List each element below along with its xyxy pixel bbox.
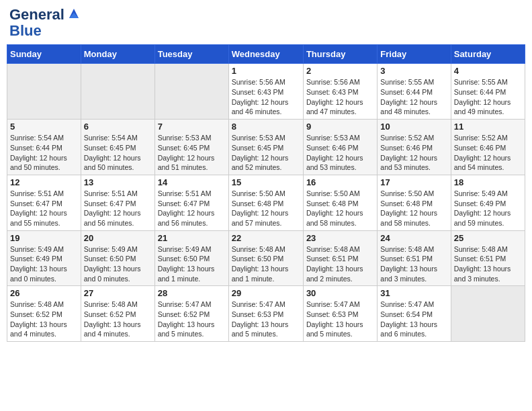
page-header: General Blue bbox=[7, 7, 525, 39]
col-header-thursday: Thursday bbox=[303, 45, 377, 64]
col-header-friday: Friday bbox=[378, 45, 451, 64]
day-number: 15 bbox=[232, 177, 300, 187]
day-number: 10 bbox=[380, 122, 447, 132]
day-info: Sunrise: 5:53 AM Sunset: 6:46 PM Dayligh… bbox=[306, 133, 374, 173]
calendar-cell: 12Sunrise: 5:51 AM Sunset: 6:47 PM Dayli… bbox=[7, 175, 81, 230]
calendar-cell: 24Sunrise: 5:48 AM Sunset: 6:51 PM Dayli… bbox=[378, 230, 451, 286]
day-info: Sunrise: 5:48 AM Sunset: 6:50 PM Dayligh… bbox=[232, 244, 300, 284]
col-header-monday: Monday bbox=[81, 45, 154, 64]
day-info: Sunrise: 5:51 AM Sunset: 6:47 PM Dayligh… bbox=[158, 189, 226, 228]
day-info: Sunrise: 5:49 AM Sunset: 6:50 PM Dayligh… bbox=[84, 244, 152, 284]
day-number: 30 bbox=[306, 288, 374, 298]
day-info: Sunrise: 5:47 AM Sunset: 6:53 PM Dayligh… bbox=[232, 300, 300, 339]
day-info: Sunrise: 5:48 AM Sunset: 6:52 PM Dayligh… bbox=[84, 300, 152, 339]
col-header-tuesday: Tuesday bbox=[154, 45, 228, 64]
day-info: Sunrise: 5:47 AM Sunset: 6:53 PM Dayligh… bbox=[306, 300, 374, 339]
day-info: Sunrise: 5:50 AM Sunset: 6:48 PM Dayligh… bbox=[380, 189, 447, 228]
calendar-cell: 20Sunrise: 5:49 AM Sunset: 6:50 PM Dayli… bbox=[81, 230, 154, 286]
logo-general: General bbox=[9, 7, 64, 23]
day-info: Sunrise: 5:56 AM Sunset: 6:43 PM Dayligh… bbox=[306, 77, 374, 117]
calendar-cell: 30Sunrise: 5:47 AM Sunset: 6:53 PM Dayli… bbox=[303, 286, 377, 342]
calendar-cell: 16Sunrise: 5:50 AM Sunset: 6:48 PM Dayli… bbox=[303, 175, 377, 230]
day-info: Sunrise: 5:53 AM Sunset: 6:45 PM Dayligh… bbox=[158, 133, 226, 173]
day-number: 31 bbox=[380, 288, 447, 298]
calendar-cell bbox=[451, 286, 525, 342]
day-number: 7 bbox=[158, 122, 226, 132]
calendar-week-row: 26Sunrise: 5:48 AM Sunset: 6:52 PM Dayli… bbox=[7, 286, 525, 342]
calendar-cell: 2Sunrise: 5:56 AM Sunset: 6:43 PM Daylig… bbox=[303, 64, 377, 120]
logo-icon bbox=[66, 6, 81, 21]
day-info: Sunrise: 5:54 AM Sunset: 6:44 PM Dayligh… bbox=[10, 133, 78, 173]
day-info: Sunrise: 5:53 AM Sunset: 6:45 PM Dayligh… bbox=[232, 133, 300, 173]
day-info: Sunrise: 5:54 AM Sunset: 6:45 PM Dayligh… bbox=[84, 133, 152, 173]
calendar-cell: 3Sunrise: 5:55 AM Sunset: 6:44 PM Daylig… bbox=[378, 64, 451, 120]
day-number: 4 bbox=[454, 66, 522, 76]
calendar-cell: 27Sunrise: 5:48 AM Sunset: 6:52 PM Dayli… bbox=[81, 286, 154, 342]
day-info: Sunrise: 5:51 AM Sunset: 6:47 PM Dayligh… bbox=[10, 189, 78, 228]
calendar-cell: 11Sunrise: 5:52 AM Sunset: 6:46 PM Dayli… bbox=[451, 120, 525, 175]
day-number: 11 bbox=[454, 122, 522, 132]
day-number: 17 bbox=[380, 177, 447, 187]
day-number: 9 bbox=[306, 122, 374, 132]
calendar-cell: 19Sunrise: 5:49 AM Sunset: 6:49 PM Dayli… bbox=[7, 230, 81, 286]
day-info: Sunrise: 5:48 AM Sunset: 6:52 PM Dayligh… bbox=[10, 300, 78, 339]
calendar-cell: 8Sunrise: 5:53 AM Sunset: 6:45 PM Daylig… bbox=[228, 120, 303, 175]
calendar-week-row: 19Sunrise: 5:49 AM Sunset: 6:49 PM Dayli… bbox=[7, 230, 525, 286]
calendar-cell: 5Sunrise: 5:54 AM Sunset: 6:44 PM Daylig… bbox=[7, 120, 81, 175]
calendar-cell: 29Sunrise: 5:47 AM Sunset: 6:53 PM Dayli… bbox=[228, 286, 303, 342]
day-number: 27 bbox=[84, 288, 152, 298]
day-number: 26 bbox=[10, 288, 78, 298]
day-number: 1 bbox=[232, 66, 300, 76]
col-header-wednesday: Wednesday bbox=[228, 45, 303, 64]
day-number: 2 bbox=[306, 66, 374, 76]
calendar-cell: 26Sunrise: 5:48 AM Sunset: 6:52 PM Dayli… bbox=[7, 286, 81, 342]
day-number: 19 bbox=[10, 233, 78, 243]
day-info: Sunrise: 5:51 AM Sunset: 6:47 PM Dayligh… bbox=[84, 189, 152, 228]
day-info: Sunrise: 5:49 AM Sunset: 6:49 PM Dayligh… bbox=[454, 189, 522, 228]
day-number: 5 bbox=[10, 122, 78, 132]
day-number: 23 bbox=[306, 233, 374, 243]
calendar-cell: 28Sunrise: 5:47 AM Sunset: 6:52 PM Dayli… bbox=[154, 286, 228, 342]
calendar-cell: 31Sunrise: 5:47 AM Sunset: 6:54 PM Dayli… bbox=[378, 286, 451, 342]
day-info: Sunrise: 5:49 AM Sunset: 6:50 PM Dayligh… bbox=[158, 244, 226, 284]
calendar-cell: 23Sunrise: 5:48 AM Sunset: 6:51 PM Dayli… bbox=[303, 230, 377, 286]
logo-blue: Blue bbox=[9, 23, 42, 39]
calendar-week-row: 1Sunrise: 5:56 AM Sunset: 6:43 PM Daylig… bbox=[7, 64, 525, 120]
day-info: Sunrise: 5:47 AM Sunset: 6:52 PM Dayligh… bbox=[158, 300, 226, 339]
day-number: 29 bbox=[232, 288, 300, 298]
day-info: Sunrise: 5:52 AM Sunset: 6:46 PM Dayligh… bbox=[380, 133, 447, 173]
calendar-cell: 15Sunrise: 5:50 AM Sunset: 6:48 PM Dayli… bbox=[228, 175, 303, 230]
day-number: 18 bbox=[454, 177, 522, 187]
day-number: 21 bbox=[158, 233, 226, 243]
calendar-week-row: 5Sunrise: 5:54 AM Sunset: 6:44 PM Daylig… bbox=[7, 120, 525, 175]
day-number: 24 bbox=[380, 233, 447, 243]
day-info: Sunrise: 5:48 AM Sunset: 6:51 PM Dayligh… bbox=[380, 244, 447, 284]
day-info: Sunrise: 5:48 AM Sunset: 6:51 PM Dayligh… bbox=[454, 244, 522, 284]
day-number: 13 bbox=[84, 177, 152, 187]
calendar-cell: 10Sunrise: 5:52 AM Sunset: 6:46 PM Dayli… bbox=[378, 120, 451, 175]
day-number: 25 bbox=[454, 233, 522, 243]
day-number: 8 bbox=[232, 122, 300, 132]
day-number: 20 bbox=[84, 233, 152, 243]
calendar-cell: 7Sunrise: 5:53 AM Sunset: 6:45 PM Daylig… bbox=[154, 120, 228, 175]
day-number: 16 bbox=[306, 177, 374, 187]
calendar-cell bbox=[81, 64, 154, 120]
calendar-cell bbox=[7, 64, 81, 120]
day-info: Sunrise: 5:50 AM Sunset: 6:48 PM Dayligh… bbox=[306, 189, 374, 228]
day-info: Sunrise: 5:47 AM Sunset: 6:54 PM Dayligh… bbox=[380, 300, 447, 339]
day-info: Sunrise: 5:55 AM Sunset: 6:44 PM Dayligh… bbox=[380, 77, 447, 117]
day-number: 6 bbox=[84, 122, 152, 132]
day-number: 3 bbox=[380, 66, 447, 76]
calendar-cell: 14Sunrise: 5:51 AM Sunset: 6:47 PM Dayli… bbox=[154, 175, 228, 230]
day-info: Sunrise: 5:49 AM Sunset: 6:49 PM Dayligh… bbox=[10, 244, 78, 284]
day-number: 28 bbox=[158, 288, 226, 298]
calendar-cell: 1Sunrise: 5:56 AM Sunset: 6:43 PM Daylig… bbox=[228, 64, 303, 120]
calendar-cell: 13Sunrise: 5:51 AM Sunset: 6:47 PM Dayli… bbox=[81, 175, 154, 230]
calendar-cell: 25Sunrise: 5:48 AM Sunset: 6:51 PM Dayli… bbox=[451, 230, 525, 286]
calendar-cell bbox=[154, 64, 228, 120]
calendar-cell: 17Sunrise: 5:50 AM Sunset: 6:48 PM Dayli… bbox=[378, 175, 451, 230]
calendar-cell: 9Sunrise: 5:53 AM Sunset: 6:46 PM Daylig… bbox=[303, 120, 377, 175]
col-header-saturday: Saturday bbox=[451, 45, 525, 64]
calendar-cell: 22Sunrise: 5:48 AM Sunset: 6:50 PM Dayli… bbox=[228, 230, 303, 286]
day-info: Sunrise: 5:48 AM Sunset: 6:51 PM Dayligh… bbox=[306, 244, 374, 284]
